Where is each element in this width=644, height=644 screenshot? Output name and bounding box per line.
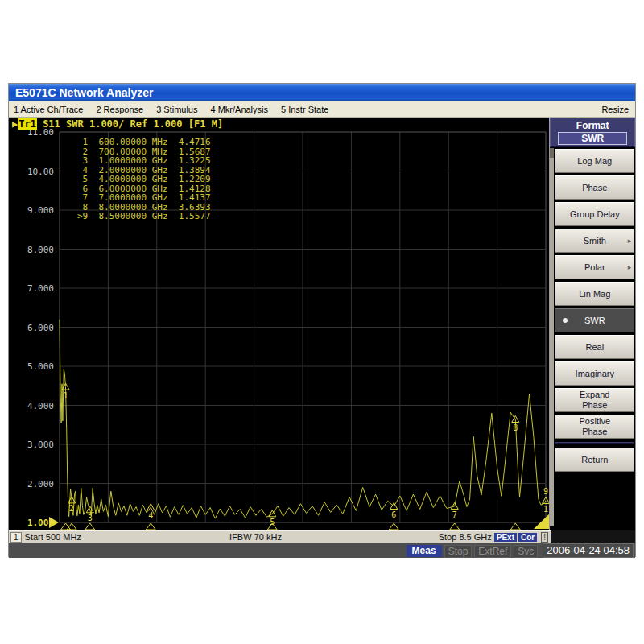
meas-status-badge: Meas — [407, 545, 442, 557]
menu-items: 1 Active Ch/Trace2 Response3 Stimulus4 M… — [14, 105, 341, 114]
stimulus-status-left: 1 Start 500 MHz IFBW 70 kHz Stop 8.5 GHz… — [9, 530, 551, 543]
active-marker-stimulus-icon — [534, 512, 549, 529]
status-flag-cor: Cor — [518, 533, 537, 542]
softkey-smith[interactable]: Smith▸ — [555, 229, 634, 253]
marker-9-number: 9 — [543, 487, 548, 496]
y-tick-label: 3.000 — [9, 440, 54, 450]
y-tick-label: 9.000 — [9, 205, 54, 216]
y-tick-label: 6.000 — [9, 323, 54, 333]
menu-item-4[interactable]: 4 Mkr/Analysis — [210, 105, 268, 114]
window-title: E5071C Network Analyzer — [15, 86, 153, 99]
marker-4-number: 4 — [148, 511, 153, 520]
warning-badge: ! — [541, 532, 548, 543]
inactive-status-badges: StopExtRefSvc — [444, 543, 541, 558]
submenu-arrow-icon: ▸ — [628, 236, 632, 246]
trace-edge-tag: 1 — [543, 505, 548, 514]
y-tick-label: 8.000 — [9, 245, 54, 255]
y-tick-label: 1.000 — [9, 518, 54, 528]
marker-6-stimulus-icon — [389, 523, 398, 530]
softkey-sidebar: Format SWR Log MagPhaseGroup DelaySmith▸… — [549, 118, 635, 530]
ifbw-label: IFBW 70 kHz — [9, 532, 502, 542]
trace-summary: S11 SWR 1.000/ Ref 1.000 [F1 M] — [37, 118, 223, 130]
softkey-expand-phase[interactable]: Expand Phase — [555, 388, 634, 412]
menu-item-5[interactable]: 5 Instr State — [281, 105, 328, 114]
softkey-menu-header: Format SWR — [550, 118, 635, 147]
trace-header: ▶Tr1 S11 SWR 1.000/ Ref 1.000 [F1 M] — [12, 118, 223, 130]
menu-item-3[interactable]: 3 Stimulus — [156, 105, 197, 114]
marker-7-stimulus-icon — [450, 523, 460, 530]
marker-table-row: 5 4.0000000 GHz 1.2209 — [77, 175, 211, 184]
softkey-polar[interactable]: Polar▸ — [555, 255, 634, 279]
softkey-group-delay[interactable]: Group Delay — [555, 202, 634, 226]
softkey-buttons: Log MagPhaseGroup DelaySmith▸Polar▸Lin M… — [555, 149, 634, 474]
marker-table-row: 7 7.0000000 GHz 1.4137 — [77, 193, 211, 203]
datetime-display: 2006-04-24 04:58 — [543, 543, 634, 558]
trace-name-badge[interactable]: Tr1 — [18, 118, 37, 130]
softkey-log-mag[interactable]: Log Mag — [555, 149, 634, 173]
submenu-arrow-icon: ▸ — [628, 262, 632, 273]
y-tick-label: 4.000 — [9, 401, 54, 411]
stimulus-status-bar: 1 Start 500 MHz IFBW 70 kHz Stop 8.5 GHz… — [9, 530, 635, 543]
window-titlebar[interactable]: E5071C Network Analyzer — [9, 84, 635, 101]
marker-table: 1 600.00000 MHz 4.4716 2 700.00000 MHz 1… — [77, 138, 211, 221]
softkey-scrollbar[interactable] — [550, 148, 554, 526]
marker-1-number: 1 — [64, 391, 68, 400]
softkey-lin-mag[interactable]: Lin Mag — [555, 282, 634, 306]
softkey-positive-phase[interactable]: Positive Phase — [555, 415, 634, 439]
softkey-menu-title: Format — [551, 120, 634, 131]
marker-7-number: 7 — [452, 510, 457, 519]
marker-3-number: 3 — [88, 514, 93, 522]
status-bar-filler — [551, 530, 635, 543]
selected-bullet-icon — [563, 318, 568, 323]
status-stop-badge: Stop — [444, 545, 473, 558]
y-tick-label: 5.000 — [9, 361, 54, 372]
main-area: ▶Tr1 S11 SWR 1.000/ Ref 1.000 [F1 M] 11.… — [9, 118, 635, 530]
y-axis-labels: 11.0010.009.0008.0007.0006.0005.0004.000… — [9, 118, 56, 530]
status-svc-badge: Svc — [514, 545, 538, 558]
softkey-menu-value: SWR — [558, 132, 627, 145]
softkey-real[interactable]: Real — [555, 335, 634, 359]
marker-table-row: >9 8.5000000 GHz 1.5577 — [77, 212, 211, 221]
marker-8-stimulus-icon — [510, 523, 520, 530]
menu-bar: 1 Active Ch/Trace2 Response3 Stimulus4 M… — [9, 101, 635, 118]
marker-6-number: 6 — [391, 510, 396, 519]
resize-menu-item[interactable]: Resize — [601, 105, 629, 114]
softkey-imaginary[interactable]: Imaginary — [555, 361, 634, 386]
marker-table-row: 1 600.00000 MHz 4.4716 — [77, 138, 211, 147]
marker-2-number: 2 — [69, 504, 74, 513]
status-extref-badge: ExtRef — [474, 545, 511, 558]
y-tick-label: 10.00 — [9, 167, 54, 177]
marker-table-row: 3 1.0000000 GHz 1.3225 — [77, 156, 211, 166]
menu-item-1[interactable]: 1 Active Ch/Trace — [14, 105, 83, 114]
marker-8-number: 8 — [513, 423, 518, 432]
y-tick-label: 7.000 — [9, 283, 54, 294]
marker-4-stimulus-icon — [146, 523, 155, 530]
analyzer-window: E5071C Network Analyzer 1 Active Ch/Trac… — [8, 83, 636, 557]
menu-item-2[interactable]: 2 Response — [96, 105, 143, 114]
softkey-separator — [555, 442, 634, 444]
measurement-screen: ▶Tr1 S11 SWR 1.000/ Ref 1.000 [F1 M] 11.… — [9, 118, 549, 530]
softkey-phase[interactable]: Phase — [555, 175, 634, 200]
y-tick-label: 2.000 — [9, 479, 54, 489]
softkey-return[interactable]: Return — [555, 448, 634, 472]
softkey-swr[interactable]: SWR — [555, 308, 634, 332]
softkey-scrollbar-thumb[interactable] — [550, 148, 554, 158]
marker-3-stimulus-icon — [85, 523, 95, 530]
instrument-status-bar: Meas StopExtRefSvc 2006-04-24 04:58 — [9, 543, 635, 558]
